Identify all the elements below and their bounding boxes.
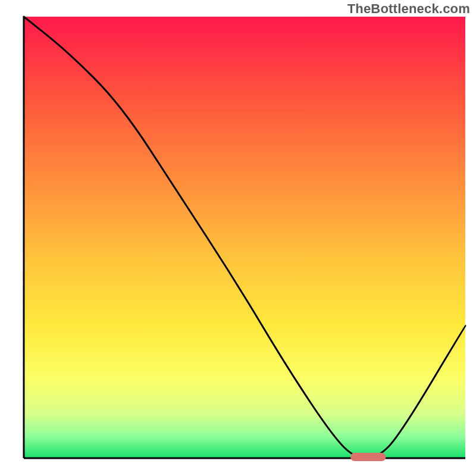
- optimal-range-marker: [350, 453, 386, 461]
- chart-svg: [0, 0, 476, 476]
- plot-background: [24, 17, 465, 458]
- bottleneck-chart: TheBottleneck.com: [0, 0, 476, 476]
- watermark-text: TheBottleneck.com: [347, 1, 470, 17]
